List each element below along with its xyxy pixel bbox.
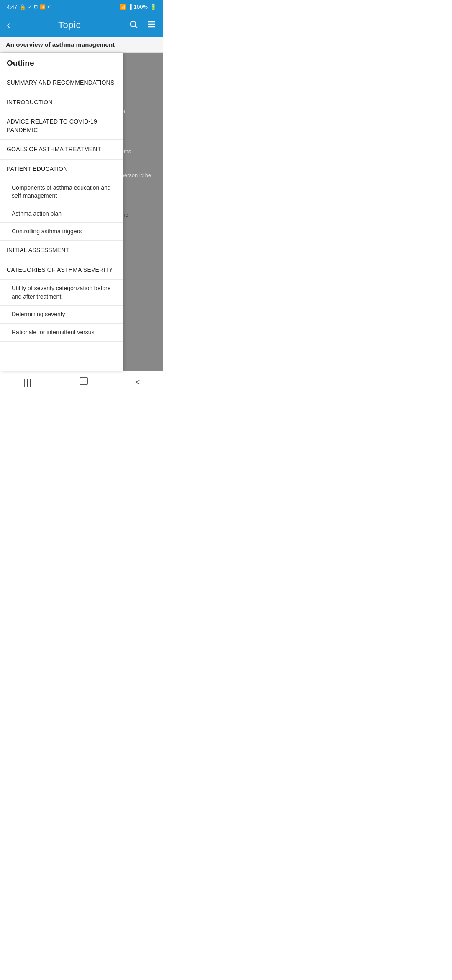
outline-item-patient-edu[interactable]: PATIENT EDUCATION [0, 160, 123, 179]
lock-icon: 🔒 [19, 4, 26, 10]
outline-header: Outline [0, 53, 123, 73]
svg-rect-5 [80, 377, 87, 385]
outline-item-covid[interactable]: ADVICE RELATED TO COVID-19 PANDEMIC [0, 112, 123, 140]
battery-icon: 🔋 [150, 4, 157, 10]
page-title: Topic [58, 20, 81, 31]
outline-item-categories[interactable]: CATEGORIES OF ASTHMA SEVERITY [0, 260, 123, 280]
search-icon [129, 20, 138, 31]
svg-point-0 [131, 21, 136, 26]
grid-icon: ⊞ [34, 4, 38, 10]
subtitle-bar: An overview of asthma management [0, 37, 163, 53]
system-back-icon: < [135, 377, 140, 387]
battery-percent: 100% [134, 4, 148, 10]
outline-item-intro[interactable]: INTRODUCTION [0, 93, 123, 113]
status-bar: 4:47 🔒 ✓ ⊞ 📶 ⏱ 📶 ▐ 100% 🔋 [0, 0, 163, 13]
outline-sub-item-determining[interactable]: Determining severity [0, 306, 123, 324]
home-button[interactable] [70, 373, 97, 392]
outline-sub-item-utility[interactable]: Utility of severity categorization befor… [0, 280, 123, 306]
outline-sub-item-components[interactable]: Components of asthma education and self-… [0, 179, 123, 205]
back-icon: ‹ [7, 19, 10, 31]
menu-button[interactable] [146, 19, 157, 31]
outline-title: Outline [7, 59, 34, 67]
signal-icon: ▐ [128, 4, 132, 10]
wifi-icon: 📶 [119, 4, 126, 10]
clock-icon: ⏱ [48, 4, 52, 9]
outline-panel: Outline SUMMARY AND RECOMMENDATIONS INTR… [0, 53, 123, 371]
system-back-button[interactable]: < [127, 374, 149, 390]
search-button[interactable] [129, 20, 138, 31]
outline-item-initial[interactable]: INITIAL ASSESSMENT [0, 241, 123, 260]
outline-sub-item-rationale[interactable]: Rationale for intermittent versus [0, 324, 123, 342]
status-left: 4:47 🔒 ✓ ⊞ 📶 ⏱ [7, 4, 52, 10]
home-icon [79, 376, 89, 389]
svg-line-1 [135, 26, 137, 28]
recent-apps-icon: ||| [23, 377, 32, 387]
hamburger-icon [146, 19, 157, 31]
outline-sub-item-action-plan[interactable]: Asthma action plan [0, 205, 123, 223]
wifi-icon-small: 📶 [40, 4, 46, 10]
outline-item-summary[interactable]: SUMMARY AND RECOMMENDATIONS [0, 73, 123, 93]
app-bar-actions [129, 19, 157, 31]
status-right: 📶 ▐ 100% 🔋 [119, 4, 157, 10]
recent-apps-button[interactable]: ||| [15, 374, 41, 390]
main-wrapper: a A Barrett, uce S Elizabeth ecomes comp… [0, 53, 163, 371]
subtitle-text: An overview of asthma management [6, 41, 115, 48]
outline-sub-item-triggers[interactable]: Controlling asthma triggers [0, 223, 123, 241]
time-display: 4:47 [7, 4, 17, 10]
check-icon: ✓ [28, 4, 32, 10]
app-bar: ‹ Topic [0, 13, 163, 37]
outline-item-goals[interactable]: GOALS OF ASTHMA TREATMENT [0, 140, 123, 160]
nav-bar: ||| < [0, 371, 163, 393]
back-button[interactable]: ‹ [7, 19, 10, 31]
